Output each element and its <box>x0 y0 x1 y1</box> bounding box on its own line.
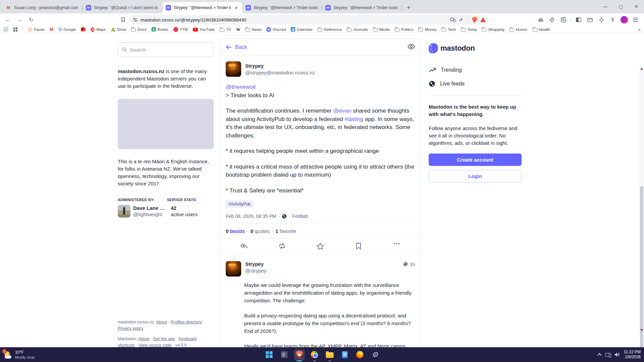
bookmark-item[interactable]: Reference <box>318 27 342 32</box>
speaker-icon[interactable] <box>614 352 620 357</box>
notepad-taskbar-button[interactable] <box>339 349 350 360</box>
bookmark-item[interactable] <box>50 27 53 32</box>
vpn-shield-icon[interactable] <box>608 15 618 25</box>
bookmark-icon[interactable] <box>348 243 369 250</box>
menu-icon[interactable] <box>631 15 641 25</box>
bookmark-item[interactable]: YouTube <box>193 27 215 32</box>
back-link[interactable]: Back <box>235 44 247 50</box>
browser-tab[interactable]: Strypey: "@thenewoil > Tinder looks t <box>242 2 322 13</box>
taskbar-clock[interactable]: 11:22 PM 2/8/2026 <box>624 350 641 360</box>
bookmark-item[interactable]: Temp <box>461 27 477 32</box>
settings-taskbar-button[interactable] <box>370 349 380 360</box>
bookmark-item[interactable] <box>13 27 17 32</box>
reply-status[interactable]: Strypey @strypey 1h Maybe we could lever… <box>220 254 420 347</box>
bookmark-item[interactable]: TV <box>220 27 231 32</box>
wallet-icon[interactable] <box>585 15 595 25</box>
footer-get-app-link[interactable]: Get the app <box>153 337 175 341</box>
reply-author-display-name[interactable]: Strypey <box>245 261 267 267</box>
leo-ai-icon[interactable] <box>596 15 606 25</box>
page-scrollbar[interactable] <box>639 66 644 333</box>
favorites-count-link[interactable]: 1 favorite <box>275 228 296 234</box>
scroll-up-arrow-icon[interactable] <box>640 68 643 70</box>
bookmark-item[interactable]: Calendar <box>291 27 313 32</box>
client-app-link[interactable]: Fedilab <box>292 214 308 219</box>
close-window-button[interactable]: ✕ <box>629 4 644 9</box>
bookmark-item[interactable]: Media <box>373 27 390 32</box>
send-to-device-icon[interactable] <box>450 17 455 22</box>
footer-privacy-policy-link[interactable]: Privacy policy <box>118 326 143 331</box>
bookmark-item[interactable]: Journals <box>347 27 368 32</box>
firefox-taskbar-button[interactable] <box>355 349 365 360</box>
mastodon-brand[interactable]: mastodon <box>429 43 522 53</box>
forward-icon[interactable]: → <box>15 15 25 25</box>
footer-mastodon-about-link[interactable]: About <box>138 337 149 341</box>
search-box[interactable] <box>118 42 214 57</box>
hashtag-link[interactable]: #dating <box>344 116 363 122</box>
admin-name[interactable]: Dave Lane … <box>133 205 165 211</box>
profile-avatar-icon[interactable] <box>619 15 629 25</box>
bookmark-item[interactable]: Drive <box>111 27 126 32</box>
reload-icon[interactable]: ↻ <box>26 15 36 25</box>
browser-tab[interactable]: Strypey: "@thenewoil > Tinder looks t <box>322 2 402 13</box>
bookmark-item[interactable]: Humor <box>509 27 528 32</box>
close-tab-icon[interactable]: ✕ <box>234 5 239 10</box>
address-bar[interactable]: mastodon.nzoss.nz/@strypey/1160381040980… <box>129 15 489 24</box>
bookmark-item[interactable]: YTM <box>173 27 188 32</box>
bookmark-item[interactable]: Shopping <box>482 27 504 32</box>
bookmark-item[interactable]: Discord <box>266 27 286 32</box>
bookmark-item[interactable] <box>236 27 240 32</box>
bookmark-item[interactable]: News <box>246 27 262 32</box>
login-button[interactable]: Login <box>429 170 522 182</box>
brave-shields-lion-icon[interactable] <box>472 17 477 23</box>
sidebar-toggle-icon[interactable] <box>574 15 584 25</box>
author-avatar[interactable] <box>226 61 241 77</box>
footer-view-source-link[interactable]: View source code <box>139 343 171 347</box>
task-view-button[interactable] <box>279 349 290 360</box>
nav-trending[interactable]: Trending <box>429 63 522 77</box>
brave-rewards-icon[interactable] <box>480 17 486 22</box>
search-input[interactable] <box>130 47 209 53</box>
sync-cloud-icon[interactable] <box>536 15 546 25</box>
boosts-count-link[interactable]: 0 boosts <box>226 228 245 234</box>
share-icon[interactable] <box>459 17 464 22</box>
bookmark-item[interactable]: Faves <box>28 27 45 32</box>
scrollbar-thumb[interactable] <box>640 186 643 347</box>
hidden-icons-chevron-icon[interactable] <box>597 353 601 357</box>
boost-icon[interactable] <box>272 243 292 250</box>
file-explorer-taskbar-button[interactable] <box>324 349 335 360</box>
bookmark-item[interactable] <box>3 27 8 32</box>
reply-author-avatar[interactable] <box>226 261 241 277</box>
bookmark-item[interactable]: Books <box>152 27 168 32</box>
browser-tab-active[interactable]: Strypey: "@thenewoil > Tinder lo✕ <box>162 2 242 13</box>
back-arrow-icon[interactable] <box>226 45 232 50</box>
bookmark-item[interactable]: Google <box>58 27 76 32</box>
mention-link[interactable]: @evan <box>333 108 351 114</box>
device-cast-icon[interactable] <box>605 353 610 357</box>
admin-card[interactable]: Dave Lane … @lightweight <box>118 205 171 218</box>
bookmark-item[interactable] <box>81 27 86 32</box>
bookmark-item[interactable]: Health <box>533 27 550 32</box>
bookmarks-panel-icon[interactable] <box>118 15 128 25</box>
star-icon[interactable] <box>310 243 330 250</box>
browser-tab[interactable]: Strypey: "@Quasit > I don't seem to b <box>83 2 162 13</box>
weather-widget[interactable]: 1 10°F Mostly clear <box>3 347 35 362</box>
brave-taskbar-button[interactable] <box>294 349 305 360</box>
chrome-taskbar-button[interactable] <box>309 349 320 360</box>
bookmark-item[interactable]: Docs <box>131 27 146 32</box>
extensions-puzzle-icon[interactable] <box>547 15 557 25</box>
browser-tab[interactable]: Susan Long - pmaranci@gmail.com - <box>3 2 83 13</box>
back-icon[interactable]: ← <box>3 15 13 25</box>
status-timestamp-link[interactable]: Feb 08, 2026, 08:35 PM <box>226 214 276 219</box>
new-tab-button[interactable]: + <box>404 3 413 12</box>
status-author-header[interactable]: Strypey @strypey@mastodon.nzoss.nz <box>226 61 415 77</box>
hashtag-chip[interactable]: #ActivityPub <box>226 200 253 208</box>
footer-about-link[interactable]: About <box>156 320 167 324</box>
bookmarks-overflow-chevron-icon[interactable]: » <box>638 27 641 32</box>
nav-live-feeds[interactable]: Live feeds <box>429 77 522 91</box>
scroll-down-arrow-icon[interactable] <box>640 329 643 331</box>
footer-profiles-directory-link[interactable]: Profiles directory <box>171 320 202 324</box>
maximize-button[interactable]: ▢ <box>613 4 629 9</box>
reply-all-icon[interactable] <box>234 243 254 250</box>
bookmark-item[interactable]: Politics <box>395 27 413 32</box>
mention-link[interactable]: @thenewoil <box>226 84 256 90</box>
